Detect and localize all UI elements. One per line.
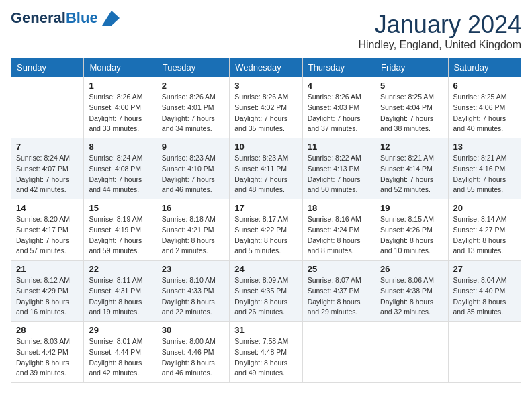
month-title: January 2024 xyxy=(358,11,521,39)
column-header-friday: Friday xyxy=(375,58,448,77)
day-info: Sunrise: 8:25 AM Sunset: 4:06 PM Dayligh… xyxy=(453,92,516,134)
day-number: 27 xyxy=(453,264,516,274)
day-info: Sunrise: 8:14 AM Sunset: 4:27 PM Dayligh… xyxy=(453,214,516,257)
day-cell: 16Sunrise: 8:18 AM Sunset: 4:21 PM Dayli… xyxy=(157,199,229,261)
day-number: 9 xyxy=(162,142,224,152)
day-cell xyxy=(375,322,448,383)
calendar-body: 1Sunrise: 8:26 AM Sunset: 4:00 PM Daylig… xyxy=(11,77,521,383)
column-headers: SundayMondayTuesdayWednesdayThursdayFrid… xyxy=(11,58,521,77)
day-cell xyxy=(11,77,84,138)
day-cell: 31Sunrise: 7:58 AM Sunset: 4:48 PM Dayli… xyxy=(230,322,302,383)
day-cell: 9Sunrise: 8:23 AM Sunset: 4:10 PM Daylig… xyxy=(157,138,229,199)
day-number: 16 xyxy=(162,203,224,213)
day-number: 24 xyxy=(234,264,297,274)
week-row-3: 14Sunrise: 8:20 AM Sunset: 4:17 PM Dayli… xyxy=(11,199,521,261)
day-cell: 25Sunrise: 8:07 AM Sunset: 4:37 PM Dayli… xyxy=(302,261,375,322)
day-cell: 24Sunrise: 8:09 AM Sunset: 4:35 PM Dayli… xyxy=(230,261,302,322)
day-info: Sunrise: 8:00 AM Sunset: 4:46 PM Dayligh… xyxy=(162,336,224,379)
day-info: Sunrise: 8:24 AM Sunset: 4:08 PM Dayligh… xyxy=(89,153,151,195)
logo-general: GeneralBlue xyxy=(11,11,98,26)
column-header-saturday: Saturday xyxy=(448,58,521,77)
day-number: 8 xyxy=(89,142,151,152)
day-info: Sunrise: 8:01 AM Sunset: 4:44 PM Dayligh… xyxy=(89,336,151,379)
day-number: 5 xyxy=(380,81,443,91)
day-cell: 12Sunrise: 8:21 AM Sunset: 4:14 PM Dayli… xyxy=(375,138,448,199)
day-number: 31 xyxy=(234,325,297,335)
day-number: 10 xyxy=(234,142,297,152)
day-number: 26 xyxy=(380,264,443,274)
day-number: 30 xyxy=(162,325,224,335)
day-cell: 10Sunrise: 8:23 AM Sunset: 4:11 PM Dayli… xyxy=(230,138,302,199)
day-cell: 1Sunrise: 8:26 AM Sunset: 4:00 PM Daylig… xyxy=(84,77,157,138)
day-info: Sunrise: 8:11 AM Sunset: 4:31 PM Dayligh… xyxy=(89,275,151,318)
week-row-5: 28Sunrise: 8:03 AM Sunset: 4:42 PM Dayli… xyxy=(11,322,521,383)
day-cell: 6Sunrise: 8:25 AM Sunset: 4:06 PM Daylig… xyxy=(448,77,521,138)
title-block: January 2024 Hindley, England, United Ki… xyxy=(358,11,521,51)
day-info: Sunrise: 8:09 AM Sunset: 4:35 PM Dayligh… xyxy=(234,275,297,318)
day-number: 12 xyxy=(380,142,443,152)
day-info: Sunrise: 8:24 AM Sunset: 4:07 PM Dayligh… xyxy=(16,153,79,195)
day-number: 22 xyxy=(89,264,151,274)
week-row-2: 7Sunrise: 8:24 AM Sunset: 4:07 PM Daylig… xyxy=(11,138,521,199)
day-info: Sunrise: 8:16 AM Sunset: 4:24 PM Dayligh… xyxy=(308,214,370,257)
day-cell: 18Sunrise: 8:16 AM Sunset: 4:24 PM Dayli… xyxy=(302,199,375,261)
day-info: Sunrise: 8:15 AM Sunset: 4:26 PM Dayligh… xyxy=(380,214,443,257)
day-cell: 4Sunrise: 8:26 AM Sunset: 4:03 PM Daylig… xyxy=(302,77,375,138)
day-info: Sunrise: 8:03 AM Sunset: 4:42 PM Dayligh… xyxy=(16,336,79,379)
day-info: Sunrise: 8:04 AM Sunset: 4:40 PM Dayligh… xyxy=(453,275,516,318)
column-header-thursday: Thursday xyxy=(302,58,375,77)
day-number: 21 xyxy=(16,264,79,274)
page-header: GeneralBlue January 2024 Hindley, Englan… xyxy=(11,11,521,51)
day-cell: 14Sunrise: 8:20 AM Sunset: 4:17 PM Dayli… xyxy=(11,199,84,261)
day-info: Sunrise: 8:07 AM Sunset: 4:37 PM Dayligh… xyxy=(308,275,370,318)
day-cell: 22Sunrise: 8:11 AM Sunset: 4:31 PM Dayli… xyxy=(84,261,157,322)
day-cell: 2Sunrise: 8:26 AM Sunset: 4:01 PM Daylig… xyxy=(157,77,229,138)
day-cell: 15Sunrise: 8:19 AM Sunset: 4:19 PM Dayli… xyxy=(84,199,157,261)
day-number: 11 xyxy=(308,142,370,152)
day-cell: 19Sunrise: 8:15 AM Sunset: 4:26 PM Dayli… xyxy=(375,199,448,261)
day-cell: 21Sunrise: 8:12 AM Sunset: 4:29 PM Dayli… xyxy=(11,261,84,322)
day-info: Sunrise: 8:12 AM Sunset: 4:29 PM Dayligh… xyxy=(16,275,79,318)
week-row-4: 21Sunrise: 8:12 AM Sunset: 4:29 PM Dayli… xyxy=(11,261,521,322)
day-info: Sunrise: 8:26 AM Sunset: 4:01 PM Dayligh… xyxy=(162,92,224,134)
day-number: 13 xyxy=(453,142,516,152)
svg-marker-0 xyxy=(102,11,120,26)
day-info: Sunrise: 8:26 AM Sunset: 4:02 PM Dayligh… xyxy=(234,92,297,134)
day-cell xyxy=(448,322,521,383)
day-number: 28 xyxy=(16,325,79,335)
day-info: Sunrise: 8:21 AM Sunset: 4:16 PM Dayligh… xyxy=(453,153,516,195)
day-number: 4 xyxy=(308,81,370,91)
logo-icon xyxy=(99,11,120,26)
day-number: 6 xyxy=(453,81,516,91)
day-cell: 27Sunrise: 8:04 AM Sunset: 4:40 PM Dayli… xyxy=(448,261,521,322)
day-cell: 5Sunrise: 8:25 AM Sunset: 4:04 PM Daylig… xyxy=(375,77,448,138)
column-header-tuesday: Tuesday xyxy=(157,58,229,77)
day-number: 18 xyxy=(308,203,370,213)
day-info: Sunrise: 8:20 AM Sunset: 4:17 PM Dayligh… xyxy=(16,214,79,257)
day-number: 20 xyxy=(453,203,516,213)
day-info: Sunrise: 8:19 AM Sunset: 4:19 PM Dayligh… xyxy=(89,214,151,257)
week-row-1: 1Sunrise: 8:26 AM Sunset: 4:00 PM Daylig… xyxy=(11,77,521,138)
day-cell xyxy=(302,322,375,383)
column-header-wednesday: Wednesday xyxy=(230,58,302,77)
day-info: Sunrise: 8:26 AM Sunset: 4:03 PM Dayligh… xyxy=(308,92,370,134)
day-cell: 29Sunrise: 8:01 AM Sunset: 4:44 PM Dayli… xyxy=(84,322,157,383)
calendar-table: SundayMondayTuesdayWednesdayThursdayFrid… xyxy=(11,58,521,383)
day-info: Sunrise: 8:18 AM Sunset: 4:21 PM Dayligh… xyxy=(162,214,224,257)
day-cell: 20Sunrise: 8:14 AM Sunset: 4:27 PM Dayli… xyxy=(448,199,521,261)
day-info: Sunrise: 8:25 AM Sunset: 4:04 PM Dayligh… xyxy=(380,92,443,134)
day-cell: 28Sunrise: 8:03 AM Sunset: 4:42 PM Dayli… xyxy=(11,322,84,383)
day-cell: 17Sunrise: 8:17 AM Sunset: 4:22 PM Dayli… xyxy=(230,199,302,261)
day-info: Sunrise: 8:06 AM Sunset: 4:38 PM Dayligh… xyxy=(380,275,443,318)
day-number: 1 xyxy=(89,81,151,91)
day-info: Sunrise: 7:58 AM Sunset: 4:48 PM Dayligh… xyxy=(234,336,297,379)
day-cell: 26Sunrise: 8:06 AM Sunset: 4:38 PM Dayli… xyxy=(375,261,448,322)
day-info: Sunrise: 8:23 AM Sunset: 4:10 PM Dayligh… xyxy=(162,153,224,195)
day-number: 25 xyxy=(308,264,370,274)
day-info: Sunrise: 8:21 AM Sunset: 4:14 PM Dayligh… xyxy=(380,153,443,195)
day-cell: 7Sunrise: 8:24 AM Sunset: 4:07 PM Daylig… xyxy=(11,138,84,199)
day-info: Sunrise: 8:17 AM Sunset: 4:22 PM Dayligh… xyxy=(234,214,297,257)
column-header-sunday: Sunday xyxy=(11,58,84,77)
day-info: Sunrise: 8:22 AM Sunset: 4:13 PM Dayligh… xyxy=(308,153,370,195)
day-cell: 8Sunrise: 8:24 AM Sunset: 4:08 PM Daylig… xyxy=(84,138,157,199)
